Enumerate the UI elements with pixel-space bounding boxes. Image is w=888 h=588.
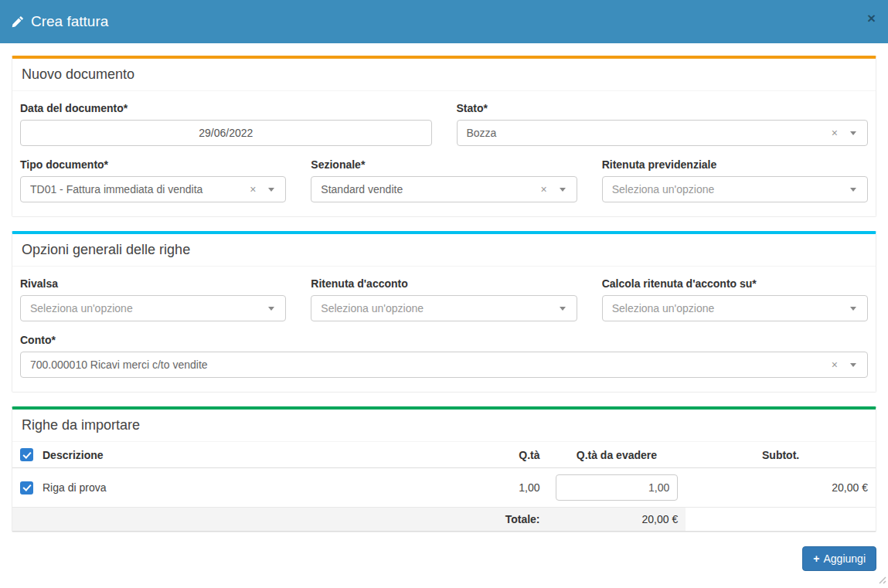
clear-icon[interactable]: ×	[540, 184, 546, 195]
table-row: Riga di prova 1,00 20,00 €	[12, 468, 876, 508]
modal-title: Crea fattura	[31, 13, 108, 30]
modal-footer: +Aggiungi	[12, 546, 876, 571]
rivalsa-placeholder: Seleziona un'opzione	[30, 302, 268, 314]
aggiungi-button[interactable]: +Aggiungi	[802, 546, 876, 571]
conto-select[interactable]: 700.000010 Ricavi merci c/to vendite ×	[20, 352, 868, 378]
aggiungi-button-label: Aggiungi	[824, 552, 866, 565]
section-title-nuovo-documento: Nuovo documento	[12, 59, 876, 91]
modal-body: Nuovo documento Data del documento* Stat…	[0, 43, 888, 571]
col-header-descrizione: Descrizione	[43, 449, 104, 461]
rivalsa-label: Rivalsa	[20, 277, 286, 290]
crea-fattura-modal: Crea fattura × Nuovo documento Data del …	[0, 0, 888, 571]
sezionale-label: Sezionale*	[311, 158, 577, 171]
ritenuta-previdenziale-select[interactable]: Seleziona un'opzione	[602, 176, 868, 202]
stato-value: Bozza	[467, 127, 832, 139]
ritenuta-acconto-select[interactable]: Seleziona un'opzione	[311, 295, 577, 321]
panel-nuovo-documento: Nuovo documento Data del documento* Stat…	[12, 56, 876, 217]
table-total-row: Totale: 20,00 €	[12, 508, 876, 532]
ritenuta-previdenziale-label: Ritenuta previdenziale	[602, 158, 868, 171]
tipo-documento-value: TD01 - Fattura immediata di vendita	[30, 183, 250, 195]
close-button[interactable]: ×	[867, 11, 876, 25]
tipo-documento-label: Tipo documento*	[20, 158, 286, 171]
totale-empty-cell	[686, 508, 876, 532]
sezionale-select[interactable]: Standard vendite ×	[311, 176, 577, 202]
totale-value: 20,00 €	[548, 508, 686, 532]
calcola-ritenuta-placeholder: Seleziona un'opzione	[612, 302, 850, 314]
totale-label: Totale:	[12, 508, 548, 532]
chevron-down-icon	[268, 188, 274, 192]
row-qta: 1,00	[470, 468, 548, 508]
calcola-ritenuta-label: Calcola ritenuta d'acconto su*	[602, 277, 868, 290]
chevron-down-icon	[268, 307, 274, 311]
row-subtot: 20,00 €	[686, 468, 876, 508]
chevron-down-icon	[850, 307, 856, 311]
tipo-documento-select[interactable]: TD01 - Fattura immediata di vendita ×	[20, 176, 286, 202]
ritenuta-acconto-label: Ritenuta d'acconto	[311, 277, 577, 290]
col-header-subtot: Subtot.	[686, 442, 876, 468]
panel-opzioni-generali: Opzioni generali delle righe Rivalsa Sel…	[12, 231, 876, 393]
clear-icon[interactable]: ×	[250, 184, 256, 195]
chevron-down-icon	[850, 131, 856, 135]
resize-grip[interactable]	[878, 574, 886, 586]
sezionale-value: Standard vendite	[321, 183, 540, 195]
data-documento-label: Data del documento*	[20, 102, 432, 114]
conto-value: 700.000010 Ricavi merci c/to vendite	[30, 359, 832, 371]
calcola-ritenuta-select[interactable]: Seleziona un'opzione	[602, 295, 868, 321]
conto-label: Conto*	[20, 334, 868, 346]
rivalsa-select[interactable]: Seleziona un'opzione	[20, 295, 286, 321]
col-header-qta-evadere: Q.tà da evadere	[548, 442, 686, 468]
select-all-checkbox[interactable]	[20, 448, 33, 461]
chevron-down-icon	[560, 188, 566, 192]
chevron-down-icon	[850, 188, 856, 192]
stato-select[interactable]: Bozza ×	[457, 120, 869, 146]
panel-righe-da-importare: Righe da importare Descrizione Q.tà Q.tà…	[12, 406, 876, 532]
row-descrizione: Riga di prova	[43, 481, 107, 494]
pencil-icon	[12, 15, 24, 28]
data-documento-input[interactable]	[20, 120, 432, 146]
section-title-righe: Righe da importare	[12, 410, 876, 442]
chevron-down-icon	[850, 363, 856, 367]
clear-icon[interactable]: ×	[832, 127, 838, 138]
stato-label: Stato*	[457, 102, 869, 114]
col-header-qta: Q.tà	[470, 442, 548, 468]
clear-icon[interactable]: ×	[832, 359, 838, 370]
ritenuta-previdenziale-placeholder: Seleziona un'opzione	[612, 183, 850, 195]
table-header-row: Descrizione Q.tà Q.tà da evadere Subtot.	[12, 442, 876, 468]
qta-evadere-input[interactable]	[556, 474, 679, 501]
plus-icon: +	[813, 552, 819, 565]
modal-header: Crea fattura ×	[0, 0, 888, 43]
righe-table: Descrizione Q.tà Q.tà da evadere Subtot.	[12, 442, 876, 532]
ritenuta-acconto-placeholder: Seleziona un'opzione	[321, 302, 559, 314]
row-checkbox[interactable]	[20, 481, 33, 495]
section-title-opzioni-generali: Opzioni generali delle righe	[12, 234, 876, 267]
chevron-down-icon	[560, 307, 566, 311]
